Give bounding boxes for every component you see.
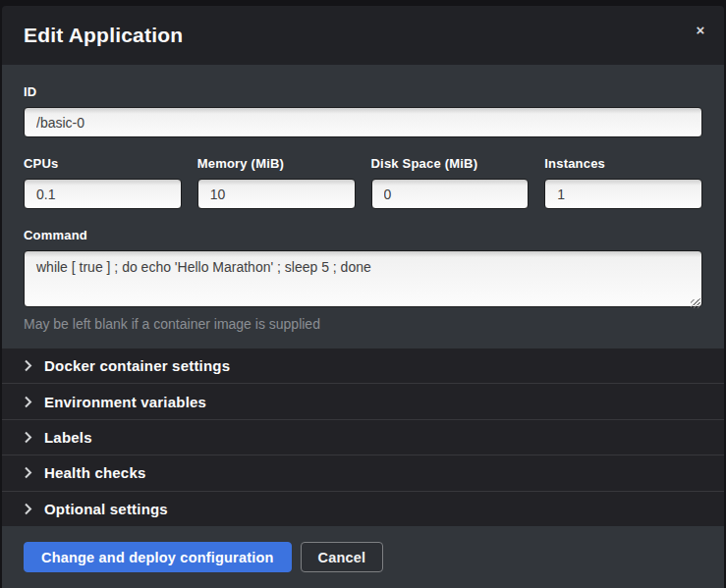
memory-label: Memory (MiB) — [197, 156, 356, 171]
section-environment-variables[interactable]: Environment variables — [2, 384, 724, 419]
memory-field-group: Memory (MiB) — [197, 156, 356, 209]
section-health-checks[interactable]: Health checks — [2, 455, 724, 491]
modal-title: Edit Application — [24, 24, 183, 47]
collapsible-sections: Docker container settings Environment va… — [2, 348, 724, 526]
cpus-field-group: CPUs — [24, 156, 182, 209]
disk-input[interactable] — [371, 179, 530, 209]
chevron-right-icon — [24, 396, 32, 408]
modal-footer: Change and deploy configuration Cancel — [2, 526, 724, 588]
chevron-right-icon — [24, 503, 32, 515]
id-label: ID — [24, 84, 702, 99]
instances-input[interactable] — [544, 179, 702, 209]
resources-row: CPUs Memory (MiB) Disk Space (MiB) Insta… — [24, 156, 702, 228]
change-and-deploy-button[interactable]: Change and deploy configuration — [24, 542, 292, 572]
chevron-right-icon — [24, 431, 32, 444]
chevron-right-icon — [24, 359, 32, 372]
chevron-right-icon — [24, 466, 32, 479]
cpus-input[interactable] — [24, 179, 182, 209]
memory-input[interactable] — [197, 179, 356, 209]
section-label: Docker container settings — [44, 357, 230, 374]
section-docker-container-settings[interactable]: Docker container settings — [2, 348, 724, 384]
command-help-text: May be left blank if a container image i… — [24, 316, 702, 332]
section-label: Labels — [44, 429, 92, 446]
instances-field-group: Instances — [544, 156, 702, 209]
edit-application-modal: Edit Application × ID CPUs Memory (MiB) … — [2, 6, 724, 588]
section-label: Environment variables — [44, 394, 206, 410]
section-labels[interactable]: Labels — [2, 420, 724, 455]
id-field-group: ID — [24, 84, 702, 137]
section-optional-settings[interactable]: Optional settings — [2, 492, 724, 526]
section-label: Optional settings — [44, 501, 168, 517]
modal-header: Edit Application × — [2, 6, 724, 65]
close-icon[interactable]: × — [691, 20, 710, 39]
command-label: Command — [24, 228, 702, 242]
instances-label: Instances — [544, 156, 702, 171]
disk-label: Disk Space (MiB) — [371, 156, 530, 171]
cpus-label: CPUs — [24, 156, 182, 171]
application-form: ID CPUs Memory (MiB) Disk Space (MiB) In… — [2, 65, 724, 348]
command-textarea[interactable]: while [ true ] ; do echo 'Hello Marathon… — [24, 250, 702, 307]
cancel-button[interactable]: Cancel — [301, 542, 384, 572]
disk-field-group: Disk Space (MiB) — [371, 156, 530, 209]
id-input[interactable] — [24, 107, 702, 137]
command-field-group: Command while [ true ] ; do echo 'Hello … — [24, 228, 702, 311]
section-label: Health checks — [44, 464, 145, 481]
